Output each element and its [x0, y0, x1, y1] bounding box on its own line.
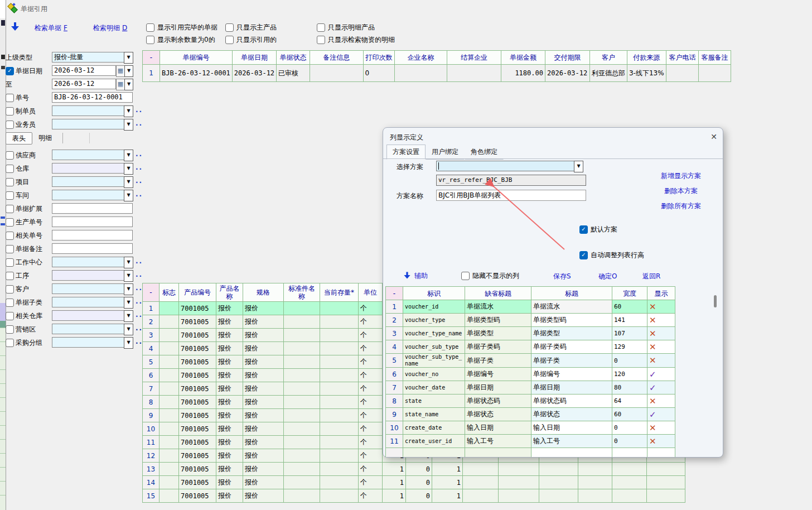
filter-checkbox[interactable]: 只显示引用的 — [225, 35, 277, 44]
cell[interactable]: 报价 — [216, 382, 243, 396]
sidebar-checkbox[interactable] — [6, 299, 14, 307]
column-header[interactable]: 标志 — [160, 283, 179, 302]
cell[interactable]: 14 — [143, 476, 160, 489]
cell[interactable] — [647, 463, 685, 476]
chevron-down-icon[interactable]: ▼ — [124, 270, 133, 282]
cell[interactable]: 12 — [143, 449, 160, 463]
cell[interactable]: ✕ — [647, 314, 675, 327]
cell[interactable] — [160, 436, 179, 449]
cell[interactable]: 7001005 — [179, 463, 216, 476]
cell[interactable] — [612, 476, 647, 489]
cell[interactable]: 单据子类 — [531, 354, 612, 368]
column-header[interactable]: 打印次数 — [363, 51, 395, 65]
cell[interactable] — [539, 476, 578, 489]
cell[interactable]: voucher_type_name — [403, 327, 465, 340]
cell[interactable]: 1 — [143, 302, 160, 315]
cell[interactable]: 报价 — [243, 436, 284, 449]
filter-checkbox[interactable]: 显示引用完毕的单据 — [146, 23, 218, 32]
sidebar-checkbox[interactable] — [6, 312, 14, 320]
cell[interactable]: 报价 — [216, 355, 243, 369]
cell[interactable]: 7001005 — [179, 369, 216, 382]
cell[interactable]: 报价 — [216, 315, 243, 329]
lookup-dots-button[interactable]: .. — [136, 150, 143, 158]
cell[interactable]: 单据编号 — [465, 368, 531, 381]
cell[interactable]: 0 — [612, 421, 647, 435]
cell[interactable]: 1 — [383, 463, 406, 476]
cell[interactable]: 个 — [359, 302, 383, 315]
cell[interactable] — [284, 369, 320, 382]
cell[interactable]: 9 — [386, 408, 403, 421]
cell[interactable]: 单据流水 — [465, 300, 531, 314]
cell[interactable]: 报价 — [243, 396, 284, 409]
cell[interactable]: 报价 — [243, 329, 284, 342]
cell[interactable] — [463, 463, 499, 476]
sidebar-dropdown-field[interactable] — [52, 105, 124, 116]
chevron-down-icon[interactable]: ▼ — [124, 283, 133, 295]
cell[interactable]: 1 — [432, 489, 463, 503]
chevron-down-icon[interactable]: ▼ — [124, 119, 133, 131]
sidebar-dropdown-field[interactable] — [52, 190, 124, 200]
cell[interactable]: 单据状态 — [465, 408, 531, 421]
cell[interactable] — [320, 436, 359, 449]
sidebar-dropdown-field[interactable]: 报价-批量 — [52, 52, 124, 62]
chevron-down-icon[interactable]: ▼ — [124, 65, 133, 77]
cell[interactable]: 3-线下13% — [627, 65, 666, 82]
cell[interactable]: 1 — [383, 489, 406, 503]
cell[interactable]: 单据子类码 — [465, 340, 531, 354]
column-header[interactable]: 交付期限 — [545, 51, 589, 65]
sidebar-checkbox[interactable] — [6, 94, 14, 102]
cell[interactable]: 7001005 — [179, 302, 216, 315]
cell[interactable] — [463, 489, 499, 503]
cell[interactable] — [320, 355, 359, 369]
cell[interactable] — [160, 315, 179, 329]
cell[interactable]: 报价 — [243, 355, 284, 369]
cell[interactable] — [160, 382, 179, 396]
auto-row-height-checkbox[interactable]: ✓自动调整列表行高 — [579, 251, 644, 259]
cell[interactable] — [160, 329, 179, 342]
cell[interactable]: 6 — [143, 369, 160, 382]
cell[interactable] — [403, 448, 465, 458]
column-header[interactable]: 付款来源 — [627, 51, 666, 65]
close-icon[interactable]: ✕ — [708, 131, 720, 143]
select-plan-dropdown-arrow[interactable]: ▼ — [574, 161, 583, 172]
voucher-row[interactable]: 1BJB-26-03-12-00012026-03-12已审核01180.002… — [143, 65, 731, 82]
chevron-down-icon[interactable]: ▼ — [124, 163, 133, 175]
cell[interactable]: 7001005 — [179, 396, 216, 409]
cell[interactable]: 报价 — [216, 409, 243, 422]
cell[interactable]: 报价 — [216, 396, 243, 409]
cell[interactable] — [284, 463, 320, 476]
cell[interactable]: 输入工号 — [465, 435, 531, 448]
cell[interactable]: state_name — [403, 408, 465, 421]
sidebar-text-input[interactable] — [52, 203, 133, 214]
sidebar-checkbox[interactable]: ✓ — [6, 67, 14, 75]
cell[interactable] — [612, 489, 647, 503]
column-grid-row[interactable]: 3voucher_type_name单据类型单据类型107✕ — [386, 327, 675, 340]
sidebar-checkbox[interactable] — [6, 218, 14, 227]
cell[interactable]: 单据类型 — [531, 327, 612, 340]
cell[interactable] — [647, 489, 685, 503]
dialog-tab-方案设置[interactable]: 方案设置 — [386, 145, 426, 160]
sidebar-checkbox[interactable] — [6, 121, 14, 129]
cell[interactable]: 单据日期 — [531, 381, 612, 394]
cell[interactable]: 单据编号 — [531, 368, 612, 381]
sidebar-checkbox[interactable] — [6, 232, 14, 240]
dialog-tab-用户绑定[interactable]: 用户绑定 — [426, 145, 465, 160]
plan-name-input[interactable]: BJC引用BJB单据列表 — [436, 190, 586, 201]
sidebar-checkbox[interactable] — [6, 339, 14, 347]
chevron-down-icon[interactable]: ▼ — [124, 297, 133, 309]
cell[interactable] — [447, 65, 501, 82]
cell[interactable]: 已审核 — [277, 65, 310, 82]
hide-columns-checkbox[interactable]: 隐藏不显示的列 — [461, 271, 519, 280]
cell[interactable] — [160, 476, 179, 489]
cell[interactable] — [160, 463, 179, 476]
cell[interactable]: 个 — [359, 476, 383, 489]
cell[interactable]: 报价 — [243, 382, 284, 396]
column-header[interactable]: 客户 — [589, 51, 627, 65]
cell[interactable]: 1 — [386, 300, 403, 314]
cell[interactable]: 输入工号 — [531, 435, 612, 448]
sidebar-text-input[interactable] — [52, 230, 133, 240]
default-plan-checkbox[interactable]: ✓默认方案 — [579, 225, 617, 234]
cell[interactable]: voucher_id — [403, 300, 465, 314]
cell[interactable]: 15 — [143, 489, 160, 503]
cell[interactable]: 13 — [143, 463, 160, 476]
